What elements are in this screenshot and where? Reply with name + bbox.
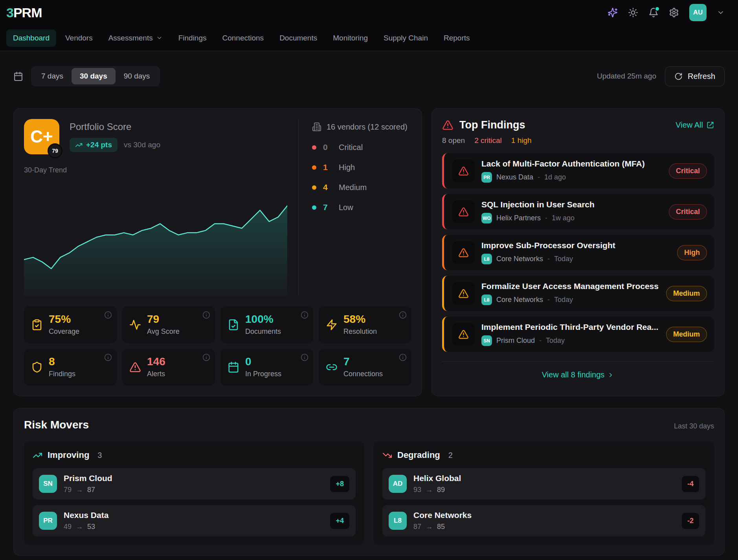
vendor-badge: PR <box>481 172 492 183</box>
stat-label: Documents <box>245 328 281 336</box>
improving-panel: Improving 3 SN Prism Cloud 79 → 87 +8 <box>24 441 364 545</box>
finding-time: Today <box>554 255 573 263</box>
nav-item-vendors[interactable]: Vendors <box>59 29 99 47</box>
main-grid: C+ 79 Portfolio Score +24 pts vs 30d ago <box>13 108 725 396</box>
severity-legend-list: 0 Critical 1 High 4 Medium <box>312 143 411 212</box>
nav-item-connections[interactable]: Connections <box>216 29 271 47</box>
nav-label: Vendors <box>65 34 93 42</box>
vendor-badge: L8 <box>481 254 492 264</box>
range-90-days-button[interactable]: 90 days <box>116 68 158 84</box>
high-label: High <box>339 163 355 172</box>
arrow-right-icon: → <box>76 486 83 494</box>
nav-item-findings[interactable]: Findings <box>172 29 213 47</box>
finding-item[interactable]: Improve Sub-Processor Oversight L8 Core … <box>442 235 714 270</box>
alert-triangle-icon <box>129 361 141 373</box>
warning-icon-box <box>452 323 475 346</box>
info-icon[interactable] <box>399 311 407 319</box>
meta-separator: - <box>538 173 540 181</box>
stat-value: 75% <box>49 314 79 325</box>
clipboard-check-icon <box>31 319 43 331</box>
trend-chart-svg <box>24 178 287 296</box>
stat-documents: 100% Documents <box>220 306 313 343</box>
nav-label: Supply Chain <box>384 34 428 42</box>
refresh-label: Refresh <box>688 72 715 81</box>
finding-item[interactable]: Implement Periodic Third-Party Vendor Re… <box>442 317 714 352</box>
info-icon[interactable] <box>301 311 308 319</box>
mover-row[interactable]: SN Prism Cloud 79 → 87 +8 <box>33 468 356 500</box>
theme-sun-icon[interactable] <box>628 7 638 18</box>
score-delta-value: +24 pts <box>86 141 112 149</box>
ai-sparkles-icon[interactable] <box>608 7 618 18</box>
critical-count: 0 <box>323 143 335 152</box>
nav-item-assessments[interactable]: Assessments <box>102 29 169 47</box>
view-all-findings-link[interactable]: View all 8 findings <box>542 370 615 379</box>
stat-resolution: 58% Resolution <box>319 306 411 343</box>
stat-coverage: 75% Coverage <box>24 306 117 343</box>
shield-icon <box>31 361 43 373</box>
view-all-link[interactable]: View All <box>676 121 714 130</box>
app-logo: 3PRM <box>6 5 42 20</box>
range-7-days-button[interactable]: 7 days <box>33 68 72 84</box>
improving-head: Improving 3 <box>33 450 356 460</box>
last-updated-text: Updated 25m ago <box>597 72 656 81</box>
nav-item-supply-chain[interactable]: Supply Chain <box>377 29 435 47</box>
info-icon[interactable] <box>301 353 308 361</box>
info-icon[interactable] <box>104 311 112 319</box>
legend-row-high: 1 High <box>312 163 411 172</box>
score-change: 87 → 85 <box>413 523 675 531</box>
stat-value: 58% <box>343 314 377 325</box>
calendar-icon <box>13 71 23 81</box>
severity-badge: Medium <box>666 327 707 342</box>
nav-item-dashboard[interactable]: Dashboard <box>6 29 56 47</box>
range-30-days-button[interactable]: 30 days <box>72 68 116 84</box>
info-icon[interactable] <box>202 311 210 319</box>
refresh-button[interactable]: Refresh <box>665 66 725 86</box>
dashboard-toolbar: 7 days 30 days 90 days Updated 25m ago R… <box>13 66 725 86</box>
findings-substats: 8 open 2 critical 1 high <box>442 136 714 145</box>
alert-triangle-icon <box>458 166 469 176</box>
nav-item-documents[interactable]: Documents <box>273 29 324 47</box>
risk-movers-title: Risk Movers <box>24 419 89 431</box>
alert-triangle-icon <box>458 207 469 217</box>
user-avatar[interactable]: AU <box>689 4 707 21</box>
warning-icon-box <box>452 282 475 305</box>
info-icon[interactable] <box>202 353 210 361</box>
portfolio-top: C+ 79 Portfolio Score +24 pts vs 30d ago <box>24 119 411 296</box>
high-count: 1 <box>323 163 335 172</box>
portfolio-stats-grid: 75% Coverage 79 Avg Score 100% Documents <box>24 306 411 386</box>
score-to: 87 <box>87 486 95 494</box>
nav-label: Findings <box>178 34 207 42</box>
stat-value: 8 <box>49 356 75 367</box>
arrow-right-icon: → <box>426 486 433 494</box>
account-chevron-down-icon[interactable] <box>717 9 725 16</box>
portfolio-title-block: Portfolio Score +24 pts vs 30d ago <box>70 121 160 152</box>
score-change: 93 → 89 <box>413 486 675 494</box>
mover-info: Nexus Data 49 → 53 <box>64 511 323 531</box>
medium-label: Medium <box>339 183 367 192</box>
mover-info: Helix Global 93 → 89 <box>413 474 675 494</box>
mover-row[interactable]: AD Helix Global 93 → 89 -4 <box>382 468 705 500</box>
portfolio-left: C+ 79 Portfolio Score +24 pts vs 30d ago <box>24 119 298 296</box>
nav-item-reports[interactable]: Reports <box>437 29 477 47</box>
info-icon[interactable] <box>399 353 407 361</box>
mover-row[interactable]: L8 Core Networks 87 → 85 -2 <box>382 505 705 536</box>
nav-item-monitoring[interactable]: Monitoring <box>326 29 375 47</box>
finding-item[interactable]: Lack of Multi-Factor Authentication (MFA… <box>442 153 714 188</box>
nav-label: Monitoring <box>333 34 368 42</box>
stat-body: 7 Connections <box>343 356 383 378</box>
critical-count: 2 critical <box>474 136 502 145</box>
finding-item[interactable]: SQL Injection in User Search WO Helix Pa… <box>442 194 714 229</box>
trend-area <box>24 206 287 296</box>
stat-value: 146 <box>147 356 165 367</box>
meta-separator: - <box>539 337 542 345</box>
settings-gear-icon[interactable] <box>669 7 679 18</box>
mover-row[interactable]: PR Nexus Data 49 → 53 +4 <box>33 505 356 536</box>
info-icon[interactable] <box>104 353 112 361</box>
meta-separator: - <box>547 255 550 263</box>
stat-findings: 8 Findings <box>24 349 117 386</box>
file-check-icon <box>228 319 239 331</box>
stat-body: 0 In Progress <box>245 356 281 378</box>
stat-in-progress: 0 In Progress <box>220 349 313 386</box>
finding-item[interactable]: Formalize User Access Management Process… <box>442 276 714 311</box>
notifications-bell-icon[interactable] <box>648 7 659 18</box>
